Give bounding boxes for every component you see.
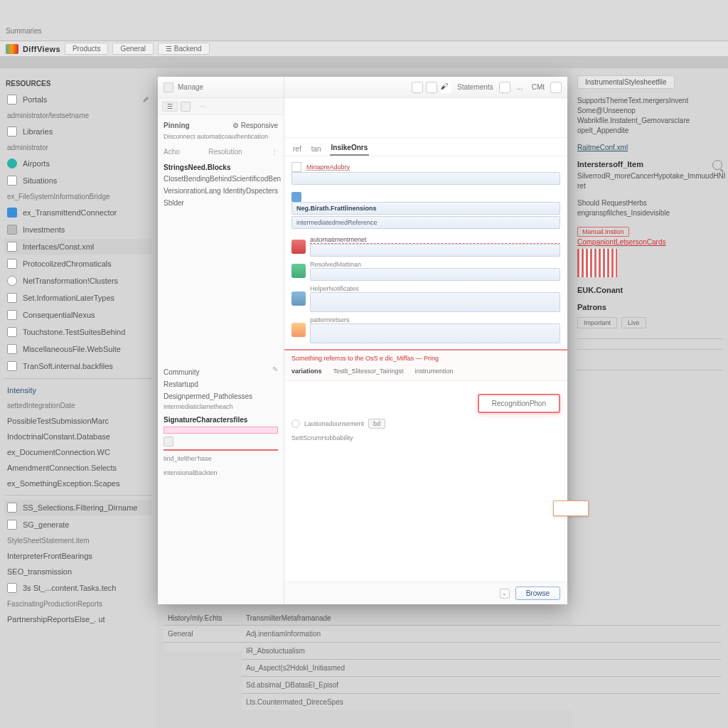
tool-icon[interactable] [426,82,437,93]
dropdown-toggle[interactable]: ⌄ [500,589,510,599]
brush-icon[interactable]: 🖌 [440,82,451,93]
sidebar-item[interactable]: Set.InformationLaterTypes [4,290,152,306]
radio-icon[interactable] [291,419,300,428]
error-link[interactable]: CompaniontLetsersonCards [577,238,722,246]
modal-tab[interactable]: tan [310,142,323,156]
table-row[interactable]: Lts.Countermated_DireceSpes [242,693,721,710]
edit-icon[interactable] [142,96,149,103]
tool-icon[interactable] [499,82,510,93]
sidebar-item[interactable]: ConsequentialNexus [4,307,152,323]
sidebar-item-libraries[interactable]: Libraries [4,124,152,139]
sidebar-item[interactable]: NetTransformation!Clusters [4,273,152,289]
tab-backend[interactable]: ☰ Backend [158,43,210,55]
text-input[interactable] [291,202,560,215]
modal-tab-active[interactable]: InsikeOnrs [330,141,370,156]
sidebar-item[interactable]: ex_SomethingException.Scapes [4,476,152,491]
sidebar-item[interactable]: PossibleTestSubmissionMarc [4,414,152,428]
sidebar-link-intensity[interactable]: Intensity [4,383,152,397]
sidebar-item[interactable]: ex_DocumentConnection.WC [4,445,152,459]
alert-tab[interactable]: instrumention [415,366,454,376]
tab-products[interactable]: Products [65,43,108,55]
table-row[interactable]: IR_Absoluctualism [242,642,721,659]
sidebar-item-connector[interactable]: ex_TransmittendConnector [4,205,152,220]
sidebar-item[interactable]: TranSoft.internal.backfiles [4,358,152,374]
cta-button[interactable]: RecognitionPhon [478,394,560,413]
item-input[interactable] [310,244,560,257]
tag[interactable]: Important [577,317,617,328]
sidebar-item[interactable]: Touchstone.TestSuitesBehind [4,324,152,340]
sidebar-item[interactable]: PartnershipReportsElse_. ut [4,612,152,626]
item-input[interactable] [310,292,560,312]
col-label: Resolution [208,148,242,156]
modal-chip[interactable]: ☰ [162,102,178,112]
sidebar-item[interactable]: ProtocolizedChromaticals [4,256,152,272]
alert-tab[interactable]: variations [291,366,322,376]
sidebar-sub[interactable]: ex_FileSystemInformationBridge [4,190,152,203]
search-icon[interactable] [712,160,722,170]
modal-side-note: intermediaticlametheach [164,403,278,410]
sidebar-item[interactable]: MiscellaneousFile.WebSuite [4,341,152,357]
sidebar-sub[interactable]: StyleSheetStatement.item [4,534,152,547]
sidebar-item[interactable]: 3s St_...content.Tasks.tech [4,580,152,596]
tab-backend-label: Backend [174,45,202,53]
edit-icon[interactable]: ✎ [272,365,278,373]
sidebar-sub[interactable]: FascinatingProductionReports [4,597,152,611]
more-icon[interactable]: ⋮ [271,148,278,156]
page-icon[interactable] [181,102,191,112]
modal-side-subtab[interactable]: Responsive [241,122,278,129]
primary-button[interactable]: Browse [515,587,560,600]
sidebar-item[interactable]: IndoctrinalConstant.Database [4,429,152,444]
sidebar-item[interactable]: SEO_transmission [4,564,152,579]
modal-side-link[interactable]: SignatureCharactersfiles [164,416,278,424]
text-input[interactable] [291,172,560,185]
square-icon [7,208,17,218]
modal-side-row[interactable]: ClosetBendingBehindScientificodBen [164,173,278,185]
sidebar-item[interactable]: SG_generate [4,517,152,532]
sidebar-item[interactable]: SS_Selections.Filtering_Dirname [4,500,152,515]
list-item[interactable]: patternretsers [291,316,560,343]
sidebar-sub[interactable]: settedIntegrationDate [4,399,152,412]
sidebar-item-airports[interactable]: Airports [4,156,152,171]
tool-icon[interactable] [550,82,562,93]
table-row[interactable]: Sd.absimal_DBatasEl_Episof [242,676,721,693]
toolbar-label[interactable]: Statements [454,83,496,91]
thumb-icon [164,437,173,446]
list-item[interactable]: ResolvedMattinan [291,261,560,281]
sidebar-item[interactable]: InterpreterFrontBearings [4,549,152,563]
sidebar-item[interactable]: AmendmentConnection.Selects [4,461,152,475]
tab-general[interactable]: General [112,43,154,55]
modal-side-link[interactable]: Designpermed_Patholesses [164,392,278,400]
sidebar-sub[interactable]: administrator [4,141,152,154]
modal-side-row[interactable]: Sblder [164,197,278,209]
breadcrumb[interactable]: Summaries [6,27,42,35]
modal-side-link[interactable]: Restartupd [164,380,278,388]
text-input[interactable] [291,216,560,229]
item-input[interactable] [310,323,560,343]
sidebar-item-interfaces[interactable]: Interfaces/Const.xml [4,239,152,255]
modal-side-link[interactable]: Community [164,368,278,376]
table-row[interactable]: Au_Aspect(s2Hdokl_Initiasmed [242,659,721,676]
error-badge[interactable]: Manual.Instion [577,227,629,237]
modal-tab[interactable]: ref [291,142,303,156]
divider [577,338,722,339]
modal-side-tab[interactable]: Pinning [164,122,190,129]
alert-tab[interactable]: Testlt_Slitessor_Tairingst [333,366,404,376]
floating-thumbnail[interactable] [553,500,589,516]
mini-chip[interactable]: bd [368,419,385,429]
table-row[interactable]: Adj.inentiamInformation [242,625,721,642]
sidebar-item-situations[interactable]: Situations [4,173,152,188]
toolbar-label[interactable]: CMt [529,83,547,91]
list-item[interactable]: HelperNotificates [291,285,560,312]
info-link[interactable]: RaitmeConf.xml [577,144,628,151]
item-input[interactable] [310,268,560,281]
attachment-icon [291,323,306,337]
tag[interactable]: Live [621,317,646,328]
info-chip[interactable]: InstrumentalStylesheetfile [577,75,675,89]
list-item[interactable]: automatimentmenet [291,236,560,257]
sidebar-item-portals[interactable]: Portals [4,92,152,107]
sidebar-item-investments[interactable]: Investments [4,222,152,237]
tool-icon[interactable] [412,82,423,93]
sidebar-sub[interactable]: administrator/testsetname [4,109,152,122]
item-title: patternretsers [310,316,560,323]
modal-side-row[interactable]: VersionrationLangIdentityDspecters [164,185,278,197]
